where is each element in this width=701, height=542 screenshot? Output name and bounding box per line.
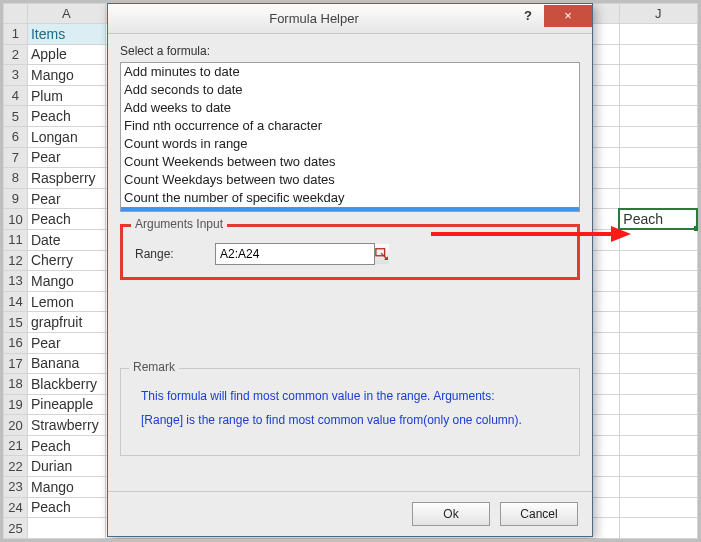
col-header-A[interactable]: A [27, 4, 105, 24]
cell-J3[interactable] [619, 65, 697, 86]
cell-J18[interactable] [619, 374, 697, 395]
cell-A16[interactable]: Pear [27, 332, 105, 353]
cell-J5[interactable] [619, 106, 697, 127]
cell-A17[interactable]: Banana [27, 353, 105, 374]
row-header[interactable]: 3 [4, 65, 28, 86]
row-header[interactable]: 22 [4, 456, 28, 477]
cell-A14[interactable]: Lemon [27, 291, 105, 312]
cell-A24[interactable]: Peach [27, 497, 105, 518]
cell-A6[interactable]: Longan [27, 126, 105, 147]
row-header[interactable]: 13 [4, 271, 28, 292]
row-header[interactable]: 16 [4, 332, 28, 353]
cell-A23[interactable]: Mango [27, 477, 105, 498]
row-header[interactable]: 17 [4, 353, 28, 374]
cell-A18[interactable]: Blackberry [27, 374, 105, 395]
close-button[interactable]: × [544, 5, 592, 27]
row-header[interactable]: 10 [4, 209, 28, 230]
cell-A21[interactable]: Peach [27, 435, 105, 456]
formula-option[interactable]: Count the number of specific weekday [121, 189, 579, 207]
row-header[interactable]: 12 [4, 250, 28, 271]
ok-button[interactable]: Ok [412, 502, 490, 526]
cell-J23[interactable] [619, 477, 697, 498]
formula-option[interactable]: Add seconds to date [121, 81, 579, 99]
row-header[interactable]: 18 [4, 374, 28, 395]
cell-J8[interactable] [619, 168, 697, 189]
row-header[interactable]: 25 [4, 518, 28, 539]
cell-J14[interactable] [619, 291, 697, 312]
cell-J10[interactable]: Peach [619, 209, 697, 230]
cell-J12[interactable] [619, 250, 697, 271]
cell-A15[interactable]: grapfruit [27, 312, 105, 333]
row-header[interactable]: 7 [4, 147, 28, 168]
cell-A9[interactable]: Pear [27, 188, 105, 209]
cell-A19[interactable]: Pineapple [27, 394, 105, 415]
cell-J21[interactable] [619, 435, 697, 456]
range-input[interactable] [216, 247, 374, 261]
formula-listbox[interactable]: Add minutes to dateAdd seconds to dateAd… [120, 62, 580, 212]
dialog-titlebar[interactable]: Formula Helper ? × [108, 4, 592, 34]
cell-J4[interactable] [619, 85, 697, 106]
row-header[interactable]: 15 [4, 312, 28, 333]
row-header[interactable]: 4 [4, 85, 28, 106]
cell-J6[interactable] [619, 126, 697, 147]
range-picker-icon [375, 247, 389, 261]
row-header[interactable]: 11 [4, 229, 28, 250]
row-header[interactable]: 20 [4, 415, 28, 436]
cell-A3[interactable]: Mango [27, 65, 105, 86]
cell-J20[interactable] [619, 415, 697, 436]
formula-option[interactable]: Find nth occurrence of a character [121, 117, 579, 135]
cell-A7[interactable]: Pear [27, 147, 105, 168]
cell-J15[interactable] [619, 312, 697, 333]
cell-A8[interactable]: Raspberry [27, 168, 105, 189]
cell-J19[interactable] [619, 394, 697, 415]
formula-option[interactable]: Add weeks to date [121, 99, 579, 117]
cell-A4[interactable]: Plum [27, 85, 105, 106]
cell-A2[interactable]: Apple [27, 44, 105, 65]
cell-A1[interactable]: Items [27, 24, 105, 45]
cell-J16[interactable] [619, 332, 697, 353]
row-header[interactable]: 5 [4, 106, 28, 127]
dialog-footer: Ok Cancel [108, 491, 592, 536]
cell-A20[interactable]: Strawberry [27, 415, 105, 436]
cell-A25[interactable] [27, 518, 105, 539]
row-header[interactable]: 14 [4, 291, 28, 312]
cell-A12[interactable]: Cherry [27, 250, 105, 271]
remark-fieldset: Remark This formula will find most commo… [120, 368, 580, 456]
col-header-J[interactable]: J [619, 4, 697, 24]
row-header[interactable]: 1 [4, 24, 28, 45]
cell-J22[interactable] [619, 456, 697, 477]
formula-option[interactable]: Find most common value [121, 207, 579, 212]
remark-line-1: This formula will find most common value… [141, 389, 567, 403]
formula-helper-dialog: Formula Helper ? × Select a formula: Add… [107, 3, 593, 537]
cell-J11[interactable] [619, 229, 697, 250]
corner-cell[interactable] [4, 4, 28, 24]
cell-A5[interactable]: Peach [27, 106, 105, 127]
cell-A22[interactable]: Durian [27, 456, 105, 477]
cell-J13[interactable] [619, 271, 697, 292]
cell-J1[interactable] [619, 24, 697, 45]
row-header[interactable]: 21 [4, 435, 28, 456]
row-header[interactable]: 19 [4, 394, 28, 415]
range-picker-button[interactable] [374, 244, 389, 264]
cell-A11[interactable]: Date [27, 229, 105, 250]
formula-option[interactable]: Count words in range [121, 135, 579, 153]
cell-J7[interactable] [619, 147, 697, 168]
row-header[interactable]: 6 [4, 126, 28, 147]
cell-J2[interactable] [619, 44, 697, 65]
row-header[interactable]: 2 [4, 44, 28, 65]
formula-option[interactable]: Add minutes to date [121, 63, 579, 81]
row-header[interactable]: 24 [4, 497, 28, 518]
cell-J25[interactable] [619, 518, 697, 539]
cell-A13[interactable]: Mango [27, 271, 105, 292]
row-header[interactable]: 23 [4, 477, 28, 498]
row-header[interactable]: 9 [4, 188, 28, 209]
row-header[interactable]: 8 [4, 168, 28, 189]
cell-J17[interactable] [619, 353, 697, 374]
formula-option[interactable]: Count Weekends between two dates [121, 153, 579, 171]
cancel-button[interactable]: Cancel [500, 502, 578, 526]
formula-option[interactable]: Count Weekdays between two dates [121, 171, 579, 189]
cell-A10[interactable]: Peach [27, 209, 105, 230]
cell-J24[interactable] [619, 497, 697, 518]
help-button[interactable]: ? [512, 5, 544, 27]
cell-J9[interactable] [619, 188, 697, 209]
